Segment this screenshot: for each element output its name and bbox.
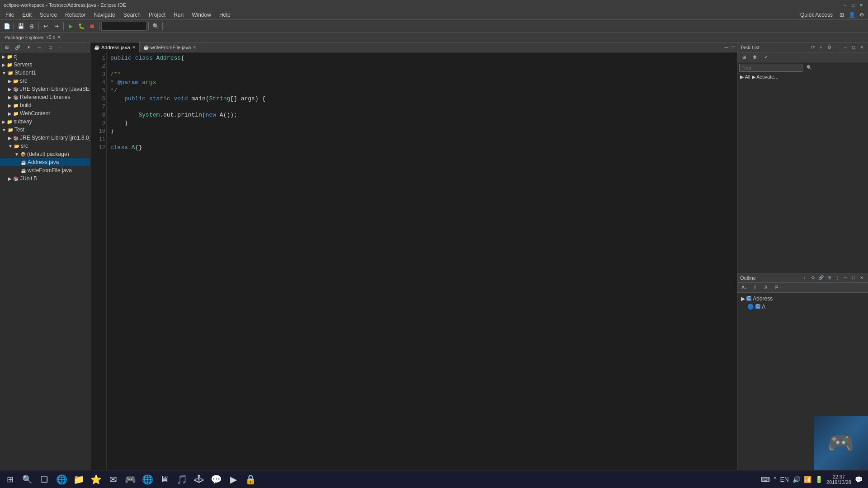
- stop-button[interactable]: ⏹: [87, 21, 97, 31]
- tree-item-writefromfile-java[interactable]: ☕ writeFromFile.java: [0, 166, 90, 174]
- menu-help[interactable]: Help: [216, 11, 234, 19]
- toolbar-icon-2[interactable]: 👤: [847, 10, 856, 19]
- print-button[interactable]: 🖨: [27, 21, 37, 31]
- outline-hide-nonpub-btn[interactable]: P: [772, 282, 782, 292]
- pkg-maximize-button[interactable]: □: [45, 42, 55, 52]
- tree-item-student1[interactable]: ▼ 📁 Student1: [0, 69, 90, 77]
- outline-link-icon[interactable]: 🔗: [817, 274, 825, 282]
- taskbar-play[interactable]: ▶: [225, 471, 241, 488]
- taskbar-explorer[interactable]: 📁: [71, 471, 87, 488]
- outline-close-icon[interactable]: ✕: [858, 274, 865, 282]
- outline-minimize-icon[interactable]: ─: [842, 274, 849, 282]
- outline-sort-alpha-btn[interactable]: A↓: [739, 282, 749, 292]
- start-button[interactable]: ⊞: [2, 471, 18, 488]
- menu-edit[interactable]: Edit: [19, 11, 35, 19]
- tray-keyboard-icon[interactable]: ⌨: [761, 476, 770, 483]
- find-input[interactable]: [739, 64, 802, 72]
- task-list-maximize-icon[interactable]: □: [850, 44, 857, 51]
- outline-maximize-icon[interactable]: □: [850, 274, 857, 282]
- tree-item-src-test[interactable]: ▼ 📂 src: [0, 142, 90, 150]
- tray-network-icon[interactable]: 📶: [804, 476, 811, 483]
- task-mark-done-btn[interactable]: ✓: [761, 52, 771, 62]
- debug-button[interactable]: 🐛: [76, 21, 86, 31]
- tree-item-reflibs[interactable]: ▶ 📚 Referenced Libraries: [0, 93, 90, 101]
- address-tab-close[interactable]: ✕: [132, 45, 136, 50]
- taskbar-star[interactable]: ⭐: [88, 471, 104, 488]
- menu-navigate[interactable]: Navigate: [90, 11, 118, 19]
- save-button[interactable]: 💾: [16, 21, 26, 31]
- run-button[interactable]: ▶: [66, 21, 75, 31]
- collapse-all-button[interactable]: ⊞: [2, 42, 12, 52]
- task-view-button[interactable]: ❑: [36, 471, 52, 488]
- close-button[interactable]: ✕: [858, 2, 864, 8]
- tray-lang-icon[interactable]: EN: [780, 476, 788, 483]
- tree-item-cj[interactable]: ▶ 📁 cj: [0, 52, 90, 61]
- menu-window[interactable]: Window: [188, 11, 215, 19]
- tray-chevron-icon[interactable]: ^: [774, 476, 777, 483]
- search-taskbar-button[interactable]: 🔍: [19, 471, 35, 488]
- task-collapse-btn[interactable]: ⊞: [739, 52, 749, 62]
- outline-hide-static-btn[interactable]: S: [761, 282, 771, 292]
- tree-item-address-java[interactable]: ☕ Address.java: [0, 158, 90, 166]
- outline-item-a[interactable]: 🔵 C A: [739, 303, 866, 311]
- task-list-new-icon[interactable]: +: [817, 44, 825, 51]
- outline-collapse-icon[interactable]: ⊞: [826, 274, 833, 282]
- pkg-view-menu-btn2[interactable]: ⋮: [56, 42, 66, 52]
- code-editor[interactable]: public class Address{ /** * @param args …: [107, 52, 737, 483]
- pkg-view-menu-button[interactable]: ▾: [24, 42, 33, 52]
- task-list-filter-icon[interactable]: ⚙: [826, 44, 833, 51]
- taskbar-game2[interactable]: 🕹: [191, 471, 207, 488]
- menu-run[interactable]: Run: [170, 11, 187, 19]
- editor-tab-maximize[interactable]: □: [730, 44, 737, 51]
- taskbar-ie[interactable]: 🌐: [53, 471, 70, 488]
- menu-search[interactable]: Search: [120, 11, 144, 19]
- outline-menu-icon[interactable]: ⋮: [834, 274, 841, 282]
- tree-item-webcontent[interactable]: ▶ 📁 WebContent: [0, 109, 90, 117]
- pkg-close-btn[interactable]: ✕: [55, 34, 63, 40]
- writefromfile-tab-close[interactable]: ✕: [193, 45, 196, 50]
- taskbar-browser[interactable]: 🌐: [139, 471, 156, 488]
- tree-item-subway[interactable]: ▶ 📁 subway: [0, 117, 90, 126]
- tree-item-test[interactable]: ▼ 📁 Test: [0, 126, 90, 134]
- taskbar-lock[interactable]: 🔒: [242, 471, 259, 488]
- open-type-button[interactable]: 🔍: [151, 21, 160, 31]
- maximize-button[interactable]: □: [850, 2, 856, 8]
- pkg-explorer-tab[interactable]: Package Explorer: [2, 35, 47, 40]
- editor-tab-minimize[interactable]: ─: [722, 44, 730, 51]
- link-editor-button[interactable]: 🔗: [13, 42, 23, 52]
- pkg-minimize-button[interactable]: ─: [34, 42, 44, 52]
- menu-source[interactable]: Source: [36, 11, 61, 19]
- clock[interactable]: 22:37 2019/10/28: [826, 474, 851, 485]
- taskbar-monitor[interactable]: 🖥: [156, 471, 173, 488]
- outline-sort-icon[interactable]: ↕: [801, 274, 808, 282]
- tree-item-src-s1[interactable]: ▶ 📂 src: [0, 77, 90, 85]
- taskbar-mail[interactable]: ✉: [105, 471, 121, 488]
- editor-tab-writefromfile[interactable]: ☕ writeFromFile.java ✕: [140, 42, 201, 52]
- task-list-minimize-icon[interactable]: ─: [842, 44, 849, 51]
- tray-volume-icon[interactable]: 🔊: [793, 476, 800, 483]
- outline-filter-icon[interactable]: ⚙: [809, 274, 816, 282]
- activate-label[interactable]: ▶ All ▶ Activate...: [740, 74, 778, 80]
- tree-item-junit5[interactable]: ▶ 📚 JUnit 5: [0, 174, 90, 183]
- tray-battery-icon[interactable]: 🔋: [815, 476, 823, 483]
- taskbar-chat[interactable]: 💬: [208, 471, 224, 488]
- toolbar-icon-1[interactable]: ⊞: [837, 10, 846, 19]
- task-list-sync-icon[interactable]: ⟳: [809, 44, 816, 51]
- taskbar-game[interactable]: 🎮: [122, 471, 138, 488]
- task-delete-btn[interactable]: 🗑: [750, 52, 760, 62]
- menu-file[interactable]: File: [2, 11, 18, 19]
- menu-project[interactable]: Project: [145, 11, 169, 19]
- minimize-button[interactable]: ─: [842, 2, 848, 8]
- new-button[interactable]: 📄: [2, 21, 12, 31]
- outline-hide-fields-btn[interactable]: f: [750, 282, 760, 292]
- tree-item-jre-test[interactable]: ▶ 📚 JRE System Library [jre1.8.0_221]: [0, 134, 90, 142]
- menu-refactor[interactable]: Refactor: [61, 11, 89, 19]
- run-config-input[interactable]: [101, 22, 146, 31]
- toolbar-icon-3[interactable]: ⚙: [857, 10, 866, 19]
- tree-item-build[interactable]: ▶ 📁 build: [0, 101, 90, 109]
- task-list-close-icon[interactable]: ✕: [858, 44, 865, 51]
- taskbar-music[interactable]: 🎵: [174, 471, 190, 488]
- editor-tab-address[interactable]: ☕ Address.java ✕: [90, 42, 140, 52]
- undo-button[interactable]: ↩: [41, 21, 51, 31]
- task-list-menu-icon[interactable]: ⋮: [834, 44, 841, 51]
